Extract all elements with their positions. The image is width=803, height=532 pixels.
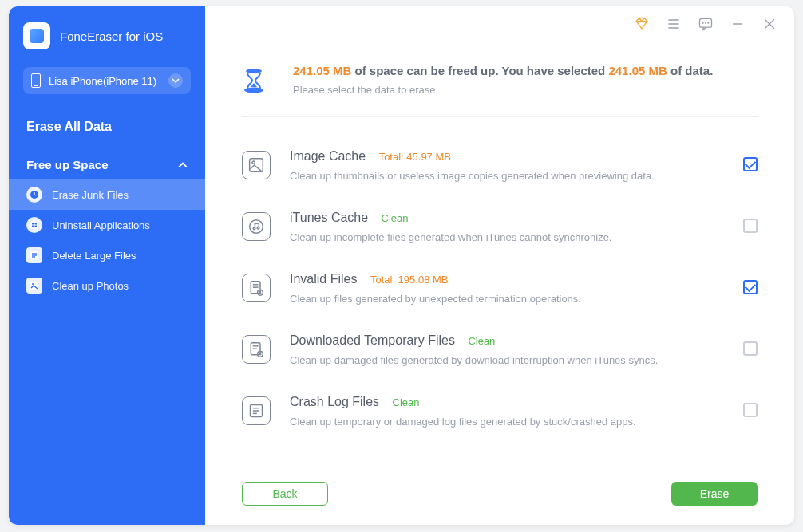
category-checkbox[interactable] (743, 219, 758, 233)
category-meta: Clean (468, 335, 495, 347)
summary-subtext: Please select the data to erase. (293, 84, 713, 96)
svg-point-25 (252, 161, 255, 164)
svg-point-28 (257, 227, 259, 229)
category-desc: Clean up thumbnails or useless image cop… (290, 170, 724, 182)
app-window: FoneEraser for iOS Lisa iPhone(iPhone 11… (9, 6, 794, 525)
category-body: Downloaded Temporary Files Clean Clean u… (290, 333, 724, 366)
summary-tail: of data. (667, 64, 714, 77)
svg-rect-5 (35, 226, 38, 228)
category-meta: Total: 45.97 MB (379, 151, 451, 163)
category-desc: Clean up files generated by unexpected t… (290, 293, 724, 305)
hourglass-icon (237, 64, 271, 97)
summary: 241.05 MB of space can be freed up. You … (242, 49, 758, 117)
category-meta: Total: 195.08 MB (370, 274, 449, 286)
sidebar-item-delete-large[interactable]: Delete Large Files (9, 240, 205, 270)
minimize-icon[interactable] (729, 15, 746, 33)
category-body: Invalid Files Total: 195.08 MB Clean up … (290, 272, 724, 305)
downloaded-temp-icon (242, 335, 271, 364)
diamond-icon[interactable] (633, 15, 651, 33)
category-title: iTunes Cache (290, 211, 368, 225)
svg-rect-24 (250, 159, 263, 172)
category-title: Downloaded Temporary Files (290, 333, 455, 348)
menu-icon[interactable] (665, 15, 682, 33)
nav-freeup-toggle[interactable]: Free up Space (9, 150, 205, 179)
category-checkbox[interactable] (743, 403, 758, 417)
svg-point-1 (30, 221, 38, 229)
footer: Back Erase (205, 482, 794, 525)
category-row: Crash Log Files Clean Clean up temporary… (242, 384, 758, 445)
invalid-files-icon (242, 274, 271, 302)
titlebar (205, 6, 794, 41)
clock-icon (26, 187, 42, 203)
chat-icon[interactable] (697, 15, 714, 33)
nav-freeup-label: Free up Space (26, 158, 109, 171)
category-checkbox[interactable] (743, 280, 758, 294)
back-button[interactable]: Back (242, 482, 328, 506)
category-title: Invalid Files (290, 272, 357, 286)
chevron-down-icon (168, 73, 183, 88)
summary-text-block: 241.05 MB of space can be freed up. You … (293, 64, 713, 97)
category-list: Image Cache Total: 45.97 MB Clean up thu… (242, 117, 758, 445)
category-desc: Clean up incomplete files generated when… (290, 231, 724, 243)
summary-mid: of space can be freed up. You have selec… (351, 64, 608, 77)
category-row: Downloaded Temporary Files Clean Clean u… (242, 322, 758, 384)
svg-point-11 (32, 283, 34, 285)
file-icon (26, 247, 42, 263)
category-row: Invalid Files Total: 195.08 MB Clean up … (242, 261, 758, 322)
svg-point-27 (253, 227, 255, 230)
category-desc: Clean up temporary or damaged log files … (290, 416, 724, 428)
svg-point-26 (250, 220, 263, 234)
nav-section-freeup: Free up Space Erase Junk Files Uninstall… (9, 150, 205, 305)
summary-selected-value: 241.05 MB (608, 64, 667, 77)
sidebar-item-uninstall[interactable]: Uninstall Applications (9, 210, 205, 240)
sidebar-item-label: Delete Large Files (52, 250, 136, 262)
nav-erase-all[interactable]: Erase All Data (9, 107, 205, 144)
category-title: Crash Log Files (290, 395, 379, 409)
sidebar: FoneEraser for iOS Lisa iPhone(iPhone 11… (9, 6, 205, 525)
sidebar-item-cleanup-photos[interactable]: Clean up Photos (9, 270, 205, 301)
category-body: Crash Log Files Clean Clean up temporary… (290, 395, 724, 428)
summary-free-value: 241.05 MB (293, 64, 351, 77)
chevron-up-icon (178, 158, 188, 171)
brand: FoneEraser for iOS (9, 22, 205, 64)
svg-rect-2 (32, 223, 34, 225)
svg-point-17 (706, 22, 706, 23)
category-checkbox[interactable] (743, 341, 758, 356)
app-logo-icon (23, 22, 50, 49)
summary-line: 241.05 MB of space can be freed up. You … (293, 64, 713, 77)
category-meta: Clean (393, 396, 420, 408)
image-cache-icon (242, 151, 271, 179)
apps-icon (26, 217, 42, 233)
app-title: FoneEraser for iOS (60, 30, 163, 43)
category-row: Image Cache Total: 45.97 MB Clean up thu… (242, 138, 758, 199)
category-title: Image Cache (290, 149, 366, 164)
svg-rect-3 (35, 223, 38, 225)
close-icon[interactable] (761, 15, 778, 33)
sidebar-item-label: Uninstall Applications (52, 219, 150, 231)
category-body: Image Cache Total: 45.97 MB Clean up thu… (290, 149, 724, 182)
sidebar-item-erase-junk[interactable]: Erase Junk Files (9, 179, 205, 210)
erase-button[interactable]: Erase (671, 482, 758, 506)
category-desc: Clean up damaged files generated by down… (290, 354, 724, 366)
category-meta: Clean (382, 212, 409, 224)
phone-icon (31, 73, 41, 88)
device-label: Lisa iPhone(iPhone 11) (49, 75, 156, 87)
content: 241.05 MB of space can be freed up. You … (205, 41, 794, 482)
svg-point-16 (702, 22, 703, 23)
sidebar-item-label: Clean up Photos (52, 280, 129, 292)
sidebar-item-label: Erase Junk Files (52, 189, 129, 201)
main: 241.05 MB of space can be freed up. You … (205, 6, 794, 525)
category-checkbox[interactable] (743, 157, 758, 171)
photo-icon (26, 278, 42, 294)
svg-rect-4 (32, 226, 34, 228)
itunes-cache-icon (242, 212, 271, 241)
svg-point-18 (708, 22, 709, 23)
device-selector[interactable]: Lisa iPhone(iPhone 11) (23, 67, 191, 94)
crash-log-icon (242, 396, 271, 425)
category-body: iTunes Cache Clean Clean up incomplete f… (290, 211, 724, 243)
category-row: iTunes Cache Clean Clean up incomplete f… (242, 199, 758, 261)
